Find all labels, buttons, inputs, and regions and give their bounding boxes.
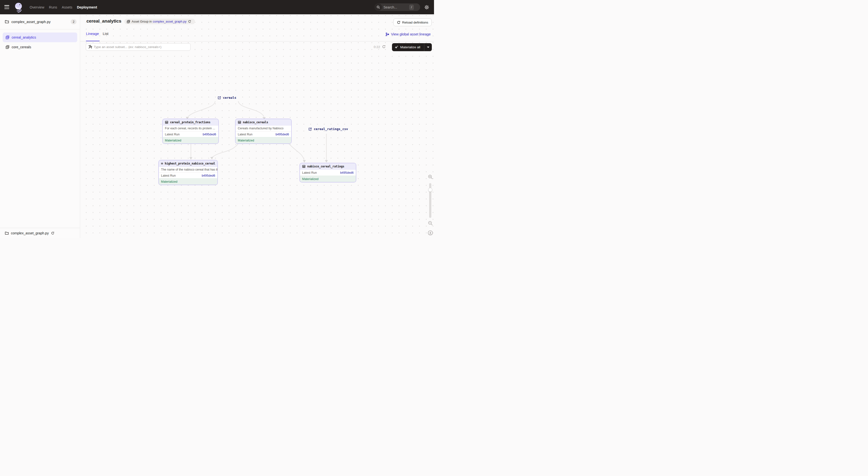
asset-name: nabisco_cereals — [243, 121, 268, 124]
asset-group-icon — [6, 35, 9, 39]
hamburger-menu-icon[interactable] — [4, 5, 9, 9]
asset-node-nabisco-cereal-ratings[interactable]: nabisco_cereal_ratings Latest Run b495de… — [300, 163, 356, 182]
latest-run-row: Latest Run b495ded6 — [236, 132, 291, 137]
view-global-asset-lineage-link[interactable]: View global asset lineage — [386, 32, 431, 36]
asset-group-prefix: Asset Group in — [132, 20, 152, 23]
nav-links: Overview Runs Assets Deployment — [30, 0, 97, 14]
gear-icon[interactable] — [424, 5, 429, 10]
external-asset-label: cereal_ratings_csv — [314, 127, 348, 131]
tab-lineage[interactable]: Lineage — [86, 32, 99, 41]
table-icon — [161, 162, 163, 165]
refresh-icon[interactable] — [382, 45, 386, 49]
latest-run-row: Latest Run b495ded6 — [159, 173, 217, 178]
materialization-status: Materialized — [300, 176, 356, 182]
zoom-controls — [427, 174, 434, 237]
asset-name: nabisco_cereal_ratings — [307, 165, 344, 168]
table-icon — [238, 121, 241, 124]
asset-name: highest_protein_nabisco_cereal — [165, 162, 215, 165]
asset-node-header: nabisco_cereals — [236, 119, 291, 126]
zoom-out-icon[interactable] — [428, 220, 433, 227]
dagster-logo[interactable] — [13, 2, 24, 13]
external-asset-cereals[interactable]: cereals — [218, 96, 236, 99]
asset-description: The name of the nabisco cereal that has … — [159, 167, 217, 173]
asset-subset-input[interactable] — [94, 45, 188, 49]
global-search[interactable]: / — [374, 3, 420, 11]
asset-description: Cereals manufactured by Nabisco — [236, 126, 291, 132]
asset-node-header: nabisco_cereal_ratings — [300, 163, 356, 170]
sidebar-code-location[interactable]: complex_asset_graph.py 2 — [0, 14, 80, 29]
zoom-slider[interactable] — [429, 183, 431, 218]
asset-node-highest-protein-nabisco-cereal[interactable]: highest_protein_nabisco_cereal The name … — [158, 160, 218, 185]
nav-assets[interactable]: Assets — [62, 5, 72, 9]
materialization-status: Materialized — [163, 137, 218, 143]
external-link-icon — [308, 127, 312, 131]
lineage-graph-icon — [386, 33, 389, 36]
asset-subset-filter[interactable] — [86, 43, 191, 51]
materialization-status: Materialized — [159, 178, 217, 184]
asset-group-icon — [6, 45, 9, 49]
asset-selection-icon — [88, 45, 92, 49]
asset-group-pill: Asset Group in complex_asset_graph.py — [124, 19, 195, 24]
materialize-options-caret[interactable] — [424, 43, 432, 51]
view-global-label: View global asset lineage — [391, 32, 431, 36]
latest-run-link[interactable]: b495ded6 — [202, 174, 215, 177]
reload-definitions-button[interactable]: Reload definitions — [394, 19, 432, 26]
footer-code-location-name: complex_asset_graph.py — [11, 231, 49, 235]
table-icon — [302, 165, 306, 168]
tab-list[interactable]: List — [103, 32, 108, 41]
sidebar-item-core-cereals[interactable]: core_cereals — [3, 42, 77, 52]
asset-group-icon — [127, 20, 130, 23]
nav-runs[interactable]: Runs — [49, 5, 57, 9]
table-icon — [165, 121, 168, 124]
sidebar-item-label: core_cereals — [12, 45, 31, 49]
asset-node-header: cereal_protein_fractions — [163, 119, 218, 126]
page-title: cereal_analytics — [87, 19, 121, 24]
search-shortcut-key: / — [409, 5, 414, 10]
asset-group-link[interactable]: complex_asset_graph.py — [153, 20, 187, 23]
nav-deployment[interactable]: Deployment — [77, 5, 97, 9]
folder-icon — [5, 20, 9, 24]
zoom-slider-handle[interactable] — [428, 188, 432, 192]
reload-icon[interactable] — [51, 232, 54, 235]
nav-overview[interactable]: Overview — [30, 5, 44, 9]
asset-name: cereal_protein_fractions — [170, 121, 210, 124]
sparkle-icon — [395, 45, 399, 49]
zoom-in-icon[interactable] — [428, 174, 433, 180]
materialize-all-button[interactable]: Materialize all — [392, 43, 432, 51]
asset-node-header: highest_protein_nabisco_cereal — [159, 160, 217, 167]
code-location-name: complex_asset_graph.py — [11, 20, 71, 24]
folder-icon — [5, 231, 9, 235]
top-nav: Overview Runs Assets Deployment / — [0, 0, 434, 14]
refresh-timer: 0:22 — [371, 45, 380, 49]
download-image-icon[interactable] — [428, 230, 433, 237]
latest-run-label: Latest Run — [302, 171, 317, 174]
external-link-icon — [218, 96, 221, 99]
asset-node-cereal-protein-fractions[interactable]: cereal_protein_fractions For each cereal… — [162, 118, 219, 144]
latest-run-link[interactable]: b495ded6 — [203, 133, 216, 136]
sidebar-item-cereal-analytics[interactable]: cereal_analytics — [3, 33, 77, 42]
sidebar-item-label: cereal_analytics — [12, 35, 36, 39]
chevron-down-icon — [427, 46, 429, 48]
latest-run-label: Latest Run — [238, 133, 252, 136]
sidebar-footer: complex_asset_graph.py — [0, 228, 80, 238]
asset-group-count-badge: 2 — [71, 19, 76, 24]
reload-icon[interactable] — [188, 20, 193, 23]
latest-run-label: Latest Run — [165, 133, 180, 136]
asset-node-nabisco-cereals[interactable]: nabisco_cereals Cereals manufactured by … — [235, 118, 292, 144]
code-location-sidebar: complex_asset_graph.py 2 cereal_analytic… — [0, 14, 80, 238]
latest-run-link[interactable]: b495ded6 — [275, 133, 289, 136]
asset-description: For each cereal, records its protein ... — [163, 126, 218, 132]
materialize-all-main[interactable]: Materialize all — [392, 43, 424, 51]
latest-run-link[interactable]: b495ded6 — [340, 171, 353, 174]
external-asset-label: cereals — [223, 96, 236, 99]
reload-definitions-label: Reload definitions — [402, 21, 428, 24]
latest-run-row: Latest Run b495ded6 — [300, 170, 356, 176]
latest-run-row: Latest Run b495ded6 — [163, 132, 218, 137]
external-asset-cereal-ratings-csv[interactable]: cereal_ratings_csv — [308, 127, 348, 131]
search-icon — [374, 3, 382, 11]
materialize-all-label: Materialize all — [400, 45, 421, 49]
latest-run-label: Latest Run — [161, 174, 176, 177]
search-input[interactable] — [383, 5, 409, 9]
materialization-status: Materialized — [236, 137, 291, 143]
reload-icon — [397, 21, 401, 24]
